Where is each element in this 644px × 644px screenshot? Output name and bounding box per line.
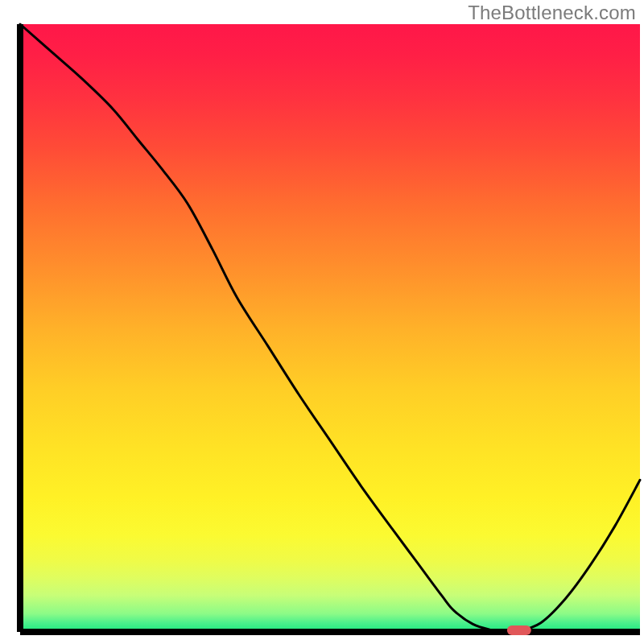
plot-background xyxy=(20,24,640,632)
chart-frame: TheBottleneck.com xyxy=(0,0,644,644)
bottleneck-marker xyxy=(507,625,531,635)
chart-svg xyxy=(0,0,644,644)
